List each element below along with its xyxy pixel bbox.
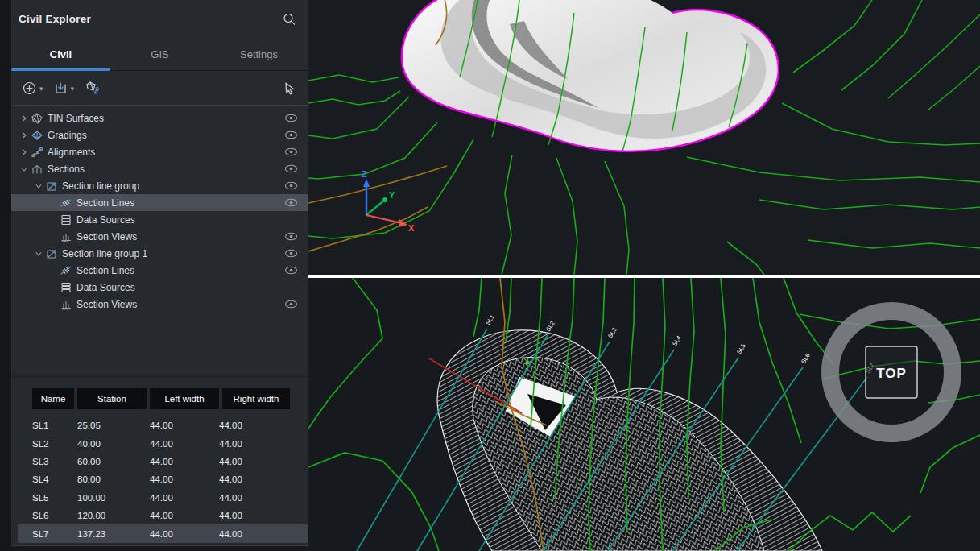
- viewport-divider[interactable]: [308, 275, 980, 279]
- table-row[interactable]: SL6 120.00 44.00 44.00: [11, 507, 308, 524]
- table-row-selected[interactable]: SL7 137.23 44.00 44.00: [18, 524, 308, 542]
- cell-right-width: 44.00: [219, 420, 287, 430]
- svg-text:Y: Y: [389, 190, 395, 200]
- alignment-icon: [30, 147, 44, 158]
- cell-left-width: 44.00: [150, 511, 219, 520]
- data-sources-icon: [59, 282, 73, 293]
- import-button[interactable]: ▾: [51, 78, 77, 98]
- panel-bottom-strip: [11, 545, 308, 551]
- tree-item-alignments[interactable]: Alignments: [11, 143, 308, 160]
- table-row[interactable]: SL2 40.00 44.00 44.00: [11, 434, 308, 452]
- tree-item-label: Section Views: [76, 231, 308, 242]
- tree-item-section-line-group[interactable]: Section line group: [11, 177, 308, 194]
- civil-object-tree: TIN Surfaces Gradings Alignments Section…: [11, 110, 308, 313]
- section-views-icon: [59, 231, 73, 242]
- tree-item-label: Section Lines: [76, 265, 308, 276]
- visibility-eye-icon[interactable]: [284, 300, 298, 309]
- attach-surface-button[interactable]: [81, 78, 104, 98]
- import-dropdown-caret[interactable]: ▾: [71, 85, 75, 93]
- cell-name: SL3: [32, 457, 77, 466]
- cell-name: SL6: [32, 511, 77, 520]
- visibility-eye-icon[interactable]: [284, 114, 298, 122]
- add-button[interactable]: ▾: [19, 78, 46, 98]
- visibility-eye-icon[interactable]: [284, 232, 298, 241]
- tab-civil[interactable]: Civil: [11, 40, 110, 70]
- tree-item-data-sources[interactable]: Data Sources: [11, 279, 308, 296]
- cell-right-width: 44.00: [219, 457, 287, 466]
- visibility-eye-icon[interactable]: [284, 130, 298, 139]
- panel-title: Civil Explorer: [19, 13, 91, 25]
- table-row[interactable]: SL5 100.00 44.00 44.00: [11, 489, 308, 507]
- tree-item-tin-surfaces[interactable]: TIN Surfaces: [11, 110, 308, 126]
- tree-item-label: Gradings: [48, 130, 308, 141]
- chevron-down-icon[interactable]: [18, 164, 30, 175]
- tree-item-label: Section line group 1: [62, 248, 308, 259]
- cell-right-width: 44.00: [219, 511, 287, 520]
- visibility-eye-icon[interactable]: [284, 164, 298, 173]
- column-header-right-width[interactable]: Right width: [222, 388, 290, 409]
- chevron-right-icon[interactable]: [18, 130, 30, 141]
- cell-right-width: 44.00: [219, 529, 287, 539]
- model-view-3d[interactable]: Z Y X: [308, 0, 980, 275]
- svg-text:Z: Z: [362, 169, 367, 179]
- tin-surface-icon: [30, 113, 44, 124]
- cell-name: SL4: [32, 474, 77, 484]
- cell-left-width: 44.00: [150, 529, 219, 539]
- tree-item-label: TIN Surfaces: [48, 113, 308, 124]
- tree-item-label: Section line group: [62, 180, 308, 192]
- column-header-station[interactable]: Station: [77, 388, 147, 409]
- tree-item-data-sources[interactable]: Data Sources: [11, 211, 308, 228]
- cell-right-width: 44.00: [219, 493, 287, 503]
- section-lines-table: Name Station Left width Right width SL1 …: [11, 388, 308, 543]
- data-sources-icon: [59, 214, 73, 226]
- tree-item-section-lines[interactable]: Section Lines: [11, 262, 308, 279]
- table-row[interactable]: SL1 25.05 44.00 44.00: [11, 416, 308, 434]
- cell-right-width: 44.00: [219, 439, 287, 449]
- search-icon[interactable]: [281, 11, 297, 27]
- panel-edge-strip: [0, 0, 11, 551]
- visibility-eye-icon[interactable]: [284, 198, 298, 207]
- cell-left-width: 44.00: [150, 474, 219, 484]
- visibility-eye-icon[interactable]: [284, 181, 298, 190]
- column-header-left-width[interactable]: Left width: [150, 388, 219, 409]
- table-row[interactable]: SL3 60.00 44.00 44.00: [11, 453, 308, 470]
- add-dropdown-caret[interactable]: ▾: [39, 85, 43, 93]
- cell-station: 120.00: [77, 511, 150, 520]
- tree-item-label: Alignments: [48, 147, 308, 158]
- table-body: SL1 25.05 44.00 44.00 SL2 40.00 44.00 44…: [11, 416, 308, 543]
- cell-station: 80.00: [77, 474, 150, 484]
- tree-item-label: Section Views: [76, 299, 308, 310]
- chevron-right-icon[interactable]: [18, 113, 30, 124]
- tab-settings[interactable]: Settings: [209, 40, 308, 70]
- cell-station: 137.23: [77, 529, 150, 539]
- panel-title-row: Civil Explorer: [11, 0, 308, 35]
- tree-item-sections[interactable]: Sections: [11, 160, 308, 177]
- tree-item-section-views[interactable]: Section Views: [11, 296, 308, 313]
- table-row[interactable]: SL4 80.00 44.00 44.00: [11, 470, 308, 488]
- grading-icon: [30, 130, 44, 141]
- plan-view-top[interactable]: SL1 SL2 SL3 SL4 SL5 SL6 SL7 TOP: [308, 278, 980, 551]
- tab-gis[interactable]: GIS: [110, 40, 209, 70]
- tree-item-gradings[interactable]: Gradings: [11, 126, 308, 143]
- visibility-eye-icon[interactable]: [284, 249, 298, 258]
- tree-item-section-lines[interactable]: Section Lines: [11, 194, 308, 211]
- cell-left-width: 44.00: [150, 493, 219, 503]
- chevron-down-icon[interactable]: [32, 180, 44, 192]
- drawing-viewport[interactable]: Z Y X: [308, 0, 980, 551]
- tree-item-label: Data Sources: [76, 214, 308, 226]
- select-cursor-icon[interactable]: [279, 78, 300, 99]
- application-window: Civil Explorer Civil GIS Settings ▾ ▾: [0, 0, 980, 551]
- column-header-name[interactable]: Name: [32, 388, 74, 409]
- chevron-right-icon[interactable]: [18, 147, 30, 158]
- cell-name: SL2: [32, 439, 77, 449]
- section-views-icon: [59, 299, 73, 310]
- visibility-eye-icon[interactable]: [284, 266, 298, 275]
- cell-station: 40.00: [77, 439, 150, 449]
- svg-text:X: X: [408, 223, 415, 233]
- chevron-down-icon[interactable]: [32, 248, 44, 259]
- tree-item-label: Sections: [48, 164, 308, 175]
- tree-item-section-views[interactable]: Section Views: [11, 228, 308, 245]
- visibility-eye-icon[interactable]: [284, 147, 298, 156]
- cell-left-width: 44.00: [150, 420, 219, 430]
- tree-item-section-line-group-1[interactable]: Section line group 1: [11, 245, 308, 262]
